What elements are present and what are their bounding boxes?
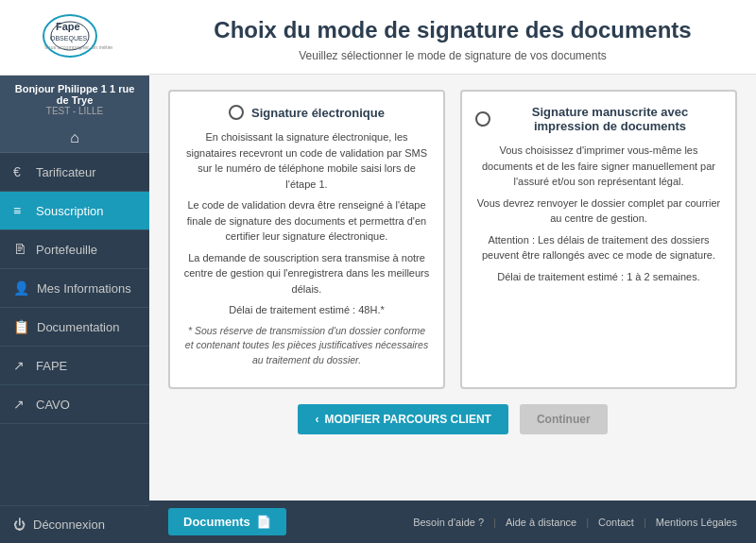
card-body-manual: Vous choisissez d'imprimer vous-même les… xyxy=(475,143,722,284)
card-text-electronic-4: Délai de traitement estimé : 48H.* xyxy=(183,302,430,318)
actions-row: ‹ MODIFIER PARCOURS CLIENT Continuer xyxy=(168,404,737,434)
back-button-label: MODIFIER PARCOURS CLIENT xyxy=(324,413,490,426)
logout-label: Déconnexion xyxy=(33,518,105,532)
sidebar-item-tarificateur[interactable]: € Tarificateur xyxy=(0,153,149,192)
power-icon: ⏻ xyxy=(13,518,26,532)
sidebar-item-label: FAPE xyxy=(36,359,67,373)
card-title-electronic: Signature électronique xyxy=(251,106,385,120)
page-title: Choix du mode de signature des documents xyxy=(168,17,737,43)
sidebar: Fape OBSEQUES Vous accompagner, un métie… xyxy=(0,0,149,543)
radio-electronic[interactable] xyxy=(229,105,244,120)
sidebar-item-label: Portefeuille xyxy=(36,243,97,257)
svg-text:OBSEQUES: OBSEQUES xyxy=(50,35,88,42)
main-content-area: Choix du mode de signature des documents… xyxy=(149,0,756,543)
signature-options-row: Signature électronique En choisissant la… xyxy=(168,90,737,389)
sidebar-location: TEST - LILLE xyxy=(9,106,140,116)
sidebar-item-souscription[interactable]: ≡ Souscription xyxy=(0,192,149,230)
sep-2: | xyxy=(586,517,589,528)
card-text-manual-1: Vous choisissez d'imprimer vous-même les… xyxy=(475,143,722,190)
sidebar-item-cavo[interactable]: ↗ CAVO xyxy=(0,385,149,424)
card-header-electronic: Signature électronique xyxy=(183,105,430,120)
external-link-icon: ↗ xyxy=(13,358,28,373)
sep-3: | xyxy=(644,517,646,528)
page-footer: Documents 📄 Besoin d'aide ? | Aide à dis… xyxy=(149,501,756,543)
briefcase-icon: 🖹 xyxy=(13,242,28,257)
doc-icon: 📋 xyxy=(13,319,29,334)
footer-links: Besoin d'aide ? | Aide à distance | Cont… xyxy=(413,517,737,528)
sep-1: | xyxy=(493,517,496,528)
svg-text:Fape: Fape xyxy=(56,21,80,32)
sidebar-item-label: Mes Informations xyxy=(37,281,131,296)
continue-button-label: Continuer xyxy=(537,413,591,426)
sidebar-item-label: Documentation xyxy=(37,320,119,334)
sidebar-item-fape[interactable]: ↗ FAPE xyxy=(0,347,149,385)
sidebar-item-label: Tarificateur xyxy=(36,165,96,179)
help-link[interactable]: Besoin d'aide ? xyxy=(413,517,484,528)
card-note-electronic: * Sous réserve de transmission d'un doss… xyxy=(183,324,430,368)
card-text-manual-2: Vous devrez renvoyer le dossier complet … xyxy=(475,195,722,227)
documents-label: Documents xyxy=(183,515,250,529)
list-icon: ≡ xyxy=(13,203,28,218)
card-body-electronic: En choisissant la signature électronique… xyxy=(183,129,430,368)
sidebar-item-portefeuille[interactable]: 🖹 Portefeuille xyxy=(0,230,149,269)
card-text-electronic-2: Le code de validation devra être renseig… xyxy=(183,197,430,245)
sidebar-item-label: Souscription xyxy=(36,204,104,218)
page-subtitle: Veuillez sélectionner le mode de signatu… xyxy=(168,49,737,62)
remote-link[interactable]: Aide à distance xyxy=(506,517,576,528)
document-icon: 📄 xyxy=(256,515,271,529)
card-text-electronic-1: En choisissant la signature électronique… xyxy=(183,129,430,192)
sidebar-item-documentation[interactable]: 📋 Documentation xyxy=(0,308,149,347)
contact-link[interactable]: Contact xyxy=(598,517,634,528)
electronic-signature-card[interactable]: Signature électronique En choisissant la… xyxy=(168,90,445,389)
logout-button[interactable]: ⏻ Déconnexion xyxy=(0,505,149,543)
radio-manual[interactable] xyxy=(475,111,490,127)
page-header: Choix du mode de signature des documents… xyxy=(149,0,756,75)
euro-icon: € xyxy=(13,164,28,179)
sidebar-nav: € Tarificateur ≡ Souscription 🖹 Portefeu… xyxy=(0,153,149,505)
sidebar-home-button[interactable]: ⌂ xyxy=(0,124,149,153)
documents-button[interactable]: Documents 📄 xyxy=(168,508,286,535)
sidebar-username: Bonjour Philippe 1 1 rue de Trye xyxy=(9,83,140,106)
back-chevron-icon: ‹ xyxy=(315,413,318,426)
manual-signature-card[interactable]: Signature manuscrite avec impression de … xyxy=(460,90,737,389)
back-button[interactable]: ‹ MODIFIER PARCOURS CLIENT xyxy=(298,404,507,434)
card-text-manual-4: Délai de traitement estimé : 1 à 2 semai… xyxy=(475,269,722,285)
sidebar-item-label: CAVO xyxy=(36,398,70,412)
card-text-electronic-3: La demande de souscription sera transmis… xyxy=(183,250,430,297)
continue-button: Continuer xyxy=(520,404,608,434)
card-header-manual: Signature manuscrite avec impression de … xyxy=(475,105,722,133)
card-title-manual: Signature manuscrite avec impression de … xyxy=(498,105,722,133)
home-icon: ⌂ xyxy=(70,129,79,145)
main-body: Signature électronique En choisissant la… xyxy=(149,75,756,501)
sidebar-item-mes-informations[interactable]: 👤 Mes Informations xyxy=(0,269,149,308)
card-text-manual-3: Attention : Les délais de traitement des… xyxy=(475,232,722,263)
legal-link[interactable]: Mentions Légales xyxy=(656,517,737,528)
sidebar-user-info: Bonjour Philippe 1 1 rue de Trye TEST - … xyxy=(0,76,149,124)
external-link-icon-2: ↗ xyxy=(13,397,28,412)
sidebar-logo: Fape OBSEQUES Vous accompagner, un métie… xyxy=(0,0,149,76)
user-icon: 👤 xyxy=(13,280,29,296)
svg-text:Vous accompagner, un métier: Vous accompagner, un métier xyxy=(44,44,112,50)
